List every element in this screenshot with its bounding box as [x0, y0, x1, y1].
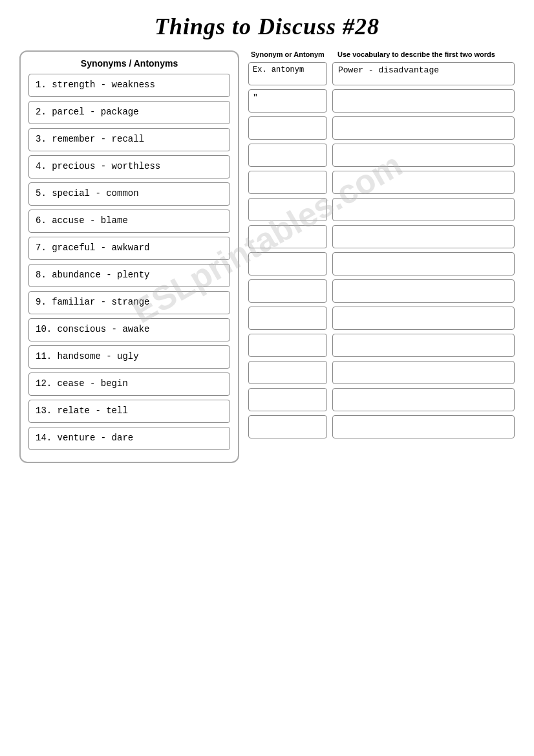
note-row: " — [248, 89, 515, 113]
word-pair-9: 9. familiar - strange — [28, 291, 230, 314]
syn-input-6[interactable] — [248, 198, 327, 221]
syn-input-3[interactable] — [248, 116, 327, 140]
right-row-14 — [248, 415, 515, 438]
right-row-8 — [248, 252, 515, 275]
right-row-9 — [248, 279, 515, 303]
syn-input-10[interactable] — [248, 307, 327, 330]
vocab-input-3[interactable] — [332, 116, 515, 140]
right-header-syn-label: Synonym or Antonym — [248, 50, 332, 58]
word-pair-1: 1. strength - weakness — [28, 74, 230, 97]
word-pair-8: 8. abundance - plenty — [28, 264, 230, 287]
right-rows-container — [248, 116, 515, 442]
word-pair-13: 13. relate - tell — [28, 400, 230, 423]
right-row-3 — [248, 116, 515, 140]
main-content: Synonyms / Antonyms 1. strength - weakne… — [19, 50, 515, 463]
right-column: Synonym or Antonym Use vocabulary to des… — [239, 50, 515, 463]
syn-input-8[interactable] — [248, 252, 327, 275]
syn-input-5[interactable] — [248, 171, 327, 194]
example-vocab-box[interactable]: Power - disadvantage — [332, 62, 515, 85]
word-pair-12: 12. cease - begin — [28, 373, 230, 396]
syn-input-14[interactable] — [248, 415, 327, 438]
right-row-11 — [248, 334, 515, 357]
right-header: Synonym or Antonym Use vocabulary to des… — [248, 50, 515, 58]
word-pair-14: 14. venture - dare — [28, 427, 230, 450]
vocab-input-6[interactable] — [332, 198, 515, 221]
vocab-input-5[interactable] — [332, 171, 515, 194]
syn-input-7[interactable] — [248, 225, 327, 248]
vocab-input-4[interactable] — [332, 144, 515, 167]
left-header: Synonyms / Antonyms — [28, 58, 230, 69]
word-pair-3: 3. remember - recall — [28, 128, 230, 151]
vocab-input-12[interactable] — [332, 361, 515, 384]
vocab-input-7[interactable] — [332, 225, 515, 248]
word-pair-11: 11. handsome - ugly — [28, 345, 230, 369]
vocab-input-11[interactable] — [332, 334, 515, 357]
right-row-5 — [248, 171, 515, 194]
syn-input-12[interactable] — [248, 361, 327, 384]
note-syn-box[interactable]: " — [248, 89, 327, 113]
word-pair-7: 7. graceful - awkward — [28, 237, 230, 260]
vocab-input-14[interactable] — [332, 415, 515, 438]
right-row-7 — [248, 225, 515, 248]
right-row-4 — [248, 144, 515, 167]
syn-input-11[interactable] — [248, 334, 327, 357]
syn-input-9[interactable] — [248, 279, 327, 303]
example-row: Ex. antonym Power - disadvantage — [248, 62, 515, 85]
vocab-input-10[interactable] — [332, 307, 515, 330]
syn-input-13[interactable] — [248, 388, 327, 411]
vocab-input-8[interactable] — [332, 252, 515, 275]
vocab-input-9[interactable] — [332, 279, 515, 303]
note-vocab-box[interactable] — [332, 89, 515, 113]
syn-input-4[interactable] — [248, 144, 327, 167]
word-pair-6: 6. accuse - blame — [28, 210, 230, 233]
left-column: Synonyms / Antonyms 1. strength - weakne… — [19, 50, 239, 463]
word-pair-10: 10. conscious - awake — [28, 318, 230, 341]
word-pair-5: 5. special - common — [28, 182, 230, 206]
word-pair-2: 2. parcel - package — [28, 101, 230, 124]
vocab-input-13[interactable] — [332, 388, 515, 411]
right-row-13 — [248, 388, 515, 411]
right-header-vocab-label: Use vocabulary to describe the first two… — [332, 50, 515, 58]
right-row-10 — [248, 307, 515, 330]
example-syn-box[interactable]: Ex. antonym — [248, 62, 327, 85]
word-pairs-container: 1. strength - weakness2. parcel - packag… — [28, 74, 230, 450]
right-row-12 — [248, 361, 515, 384]
word-pair-4: 4. precious - worthless — [28, 155, 230, 178]
page-title: Things to Discuss #28 — [19, 13, 515, 40]
right-row-6 — [248, 198, 515, 221]
